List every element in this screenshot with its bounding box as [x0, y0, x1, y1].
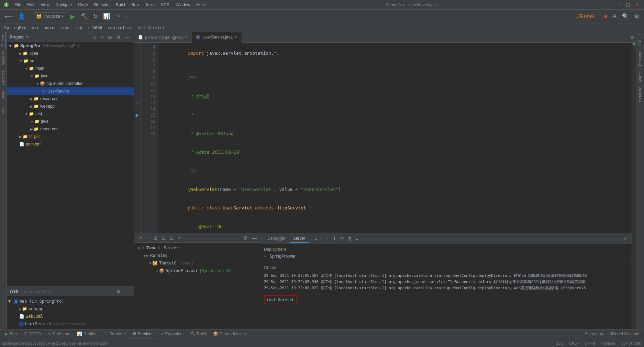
- coverage-button[interactable]: 📊: [101, 12, 112, 21]
- web-tree-item-webapp[interactable]: ▼ W Web (in SpringPro): [7, 297, 134, 305]
- sidebar-item-jrebel[interactable]: JRebel: [1, 88, 6, 104]
- menu-view[interactable]: View: [38, 2, 52, 8]
- debug-tab-server[interactable]: Server: [290, 235, 309, 243]
- web-tree-item-userservlet[interactable]: C UserServlet (/UserServlet): [7, 320, 134, 328]
- code-editor[interactable]: import javax.servlet.annotation.*; /** *…: [158, 43, 632, 233]
- menu-refactor[interactable]: Refactor: [91, 2, 112, 8]
- right-sidebar-database[interactable]: Database: [637, 48, 643, 69]
- bottom-tab-todo[interactable]: ☑ TODO: [20, 330, 44, 338]
- bottom-tab-run[interactable]: ▶ Run: [1, 330, 20, 338]
- bottom-tab-profiler[interactable]: 📊 Profiler: [74, 330, 100, 338]
- translate-button[interactable]: A: [611, 12, 619, 21]
- expand-all-button[interactable]: ⊞: [107, 34, 113, 41]
- run-button[interactable]: ▶: [68, 11, 77, 22]
- close-button[interactable]: ✕: [633, 0, 641, 9]
- debug-list-button[interactable]: ≣: [354, 235, 360, 242]
- output-scrollbar[interactable]: [632, 233, 636, 329]
- reload-button[interactable]: ↻: [91, 12, 100, 21]
- menu-tools[interactable]: Tools: [142, 2, 157, 8]
- tree-item-main[interactable]: ▼ 📁 main: [7, 65, 134, 72]
- tree-item-controller-pkg[interactable]: ▼ 📦 top.it6666.controller: [7, 80, 134, 87]
- breadcrumb-it6666[interactable]: it6666: [87, 25, 102, 30]
- sidebar-item-project[interactable]: Project: [0, 32, 6, 48]
- pom-tab-close[interactable]: ✕: [185, 35, 188, 39]
- debug-expand-button[interactable]: ⤢: [622, 235, 629, 242]
- services-springpro-war[interactable]: ✓ 📦 SpringPro:war [Synchronized]: [134, 267, 261, 274]
- editor-scrollbar[interactable]: [632, 43, 636, 233]
- debug-table-button[interactable]: ⊞: [346, 235, 353, 242]
- build-button[interactable]: 🔨: [79, 12, 90, 21]
- web-tree-item-webapp-folder[interactable]: ▶ 📁 webapp: [7, 305, 134, 313]
- bottom-tab-endpoints[interactable]: ↗ Endpoints: [157, 330, 187, 338]
- right-sidebar-hierarchy[interactable]: Hierarchy: [637, 85, 643, 105]
- bottom-tab-services[interactable]: ⚙ Services: [129, 330, 157, 338]
- locate-button[interactable]: ⊙: [91, 34, 98, 41]
- tab-pom[interactable]: 📄 pom.xml (SpringPro) ✕: [134, 32, 192, 42]
- services-running[interactable]: ▼ ▶ Running: [134, 252, 261, 259]
- sidebar-item-web[interactable]: Web: [1, 104, 6, 116]
- services-close-button[interactable]: —: [251, 235, 258, 241]
- breadcrumb-src[interactable]: src: [32, 25, 39, 30]
- breadcrumb-controller[interactable]: controller: [108, 25, 132, 30]
- services-add-button[interactable]: +: [177, 235, 182, 241]
- jrebel-button[interactable]: JRebel: [575, 12, 596, 21]
- bottom-tab-event-log[interactable]: Event Log: [581, 330, 607, 338]
- encoding[interactable]: UTF-8: [585, 341, 595, 345]
- right-sidebar-maven[interactable]: Maven: [637, 69, 643, 85]
- cursor-position[interactable]: 18:2: [556, 341, 564, 345]
- menu-edit[interactable]: Edit: [24, 2, 37, 8]
- profile-button[interactable]: 👤: [16, 12, 27, 21]
- tree-item-test-resources[interactable]: ▶ 📁 resources: [7, 125, 134, 133]
- tree-item-src[interactable]: ▼ 📁 src: [7, 57, 134, 65]
- project-settings-button[interactable]: ⚙: [115, 34, 122, 41]
- minimize-button[interactable]: ─: [616, 0, 624, 9]
- debug-up3-button[interactable]: ↶: [338, 235, 345, 242]
- bottom-tab-problems[interactable]: ⚠ Problems: [44, 330, 74, 338]
- step-over-button[interactable]: ↷: [113, 12, 122, 21]
- sidebar-item-favorites[interactable]: Favorites: [1, 68, 6, 88]
- services-expand-button[interactable]: ⊞: [152, 235, 159, 241]
- breadcrumb-current[interactable]: UserServlet: [137, 25, 165, 30]
- right-sidebar-ssl[interactable]: SSL: [637, 36, 643, 48]
- collapse-all-button[interactable]: ≡: [100, 34, 105, 41]
- web-tree-item-webxml[interactable]: 📄 web.xml: [7, 313, 134, 320]
- userservlet-tab-close[interactable]: ✕: [235, 35, 237, 39]
- tree-item-idea[interactable]: ▶ 📁 .idea: [7, 50, 134, 57]
- services-filter-button[interactable]: ⊡: [168, 235, 175, 241]
- services-tomcat-server[interactable]: ▼ 🖥 Tomcat Server: [134, 244, 261, 252]
- project-close-button[interactable]: —: [123, 34, 131, 41]
- run-config-dropdown[interactable]: 🐱 Tomcat8 ▼: [33, 12, 67, 20]
- web-close-button[interactable]: —: [123, 288, 131, 295]
- services-collapse-button[interactable]: ≡: [145, 235, 151, 241]
- output-area[interactable]: 29-Sep-2021 19:22:05.367 淇℃伅 [localhost-…: [261, 271, 632, 329]
- settings-button[interactable]: ⚙: [632, 12, 641, 21]
- breadcrumb-springpro[interactable]: SpringPro: [4, 25, 26, 30]
- tree-item-userservlet[interactable]: C UserServlet: [7, 87, 134, 95]
- search-button[interactable]: 🔍: [620, 12, 631, 21]
- step-into-button[interactable]: ↓: [123, 12, 130, 21]
- menu-file[interactable]: File: [12, 2, 24, 8]
- back-button[interactable]: ⟵: [3, 12, 15, 21]
- bottom-tab-jrebel-console[interactable]: JRebel Console: [607, 330, 643, 338]
- tree-item-webapp[interactable]: ▶ 📁 webapp: [7, 102, 134, 110]
- breadcrumb-main[interactable]: main: [44, 25, 54, 30]
- breadcrumb-java[interactable]: java: [59, 25, 69, 30]
- bottom-tab-dependencies[interactable]: 📦 Dependencies: [210, 330, 249, 338]
- tab-userservlet[interactable]: C UserServlet.java ✕: [192, 32, 242, 43]
- line-ending[interactable]: CRLF: [569, 341, 579, 345]
- menu-window[interactable]: Window: [173, 2, 193, 8]
- maximize-button[interactable]: □: [624, 0, 632, 9]
- services-settings-button[interactable]: ⚙: [242, 235, 249, 241]
- debug-clear-button[interactable]: ≡: [313, 235, 319, 242]
- project-dropdown-icon[interactable]: ▼: [26, 35, 29, 39]
- tree-item-springpro[interactable]: ▼ 📁 SpringPro D:\Develop\SpringPro: [7, 42, 134, 50]
- indent-info[interactable]: 4 spaces: [601, 341, 616, 345]
- menu-run[interactable]: Run: [129, 2, 142, 8]
- tree-item-resources[interactable]: ▶ 📁 resources: [7, 95, 134, 102]
- tree-item-target[interactable]: ▶ 📁 target: [7, 133, 134, 140]
- breadcrumb-top[interactable]: top: [75, 25, 82, 30]
- sidebar-item-structure[interactable]: Structure: [1, 48, 6, 68]
- tree-item-java[interactable]: ▼ 📁 java: [7, 72, 134, 80]
- menu-vcs[interactable]: VCS: [158, 2, 172, 8]
- tree-item-pom[interactable]: 📄 pom.xml: [7, 140, 134, 148]
